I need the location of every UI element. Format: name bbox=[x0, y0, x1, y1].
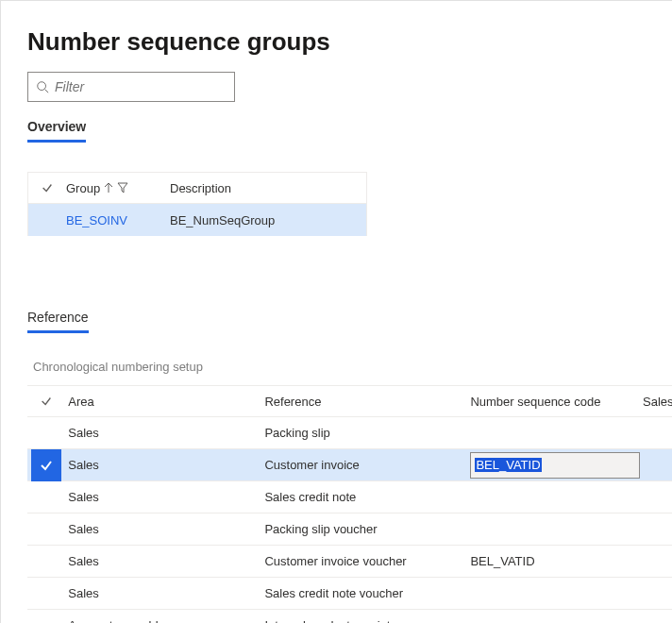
ref-select-all[interactable] bbox=[27, 395, 64, 408]
svg-marker-3 bbox=[118, 183, 127, 193]
col-area[interactable]: Area bbox=[64, 395, 264, 409]
chronological-subgroup[interactable]: Chronological numbering setup bbox=[27, 360, 672, 374]
reference-row[interactable]: SalesSales credit note voucher bbox=[27, 578, 672, 610]
select-all-checkbox[interactable] bbox=[28, 181, 66, 194]
reference-row[interactable]: SalesPacking slip voucher bbox=[27, 514, 672, 546]
row-checkbox[interactable] bbox=[27, 449, 64, 481]
search-icon bbox=[36, 80, 49, 93]
cell-reference: Sales credit note voucher bbox=[264, 586, 470, 600]
filter-icon[interactable] bbox=[117, 182, 128, 194]
nsc-input[interactable]: BEL_VATID bbox=[470, 452, 640, 479]
cell-area: Sales bbox=[64, 586, 264, 600]
col-description-label: Description bbox=[170, 181, 231, 195]
col-group-label: Group bbox=[66, 181, 100, 195]
cell-area: Sales bbox=[64, 522, 264, 536]
col-reference[interactable]: Reference bbox=[264, 395, 470, 409]
tab-overview[interactable]: Overview bbox=[27, 119, 86, 143]
cell-reference: Internal product receipt bbox=[264, 618, 470, 623]
reference-row[interactable]: SalesCustomer invoice voucherBEL_VATID bbox=[27, 546, 672, 578]
cell-area: Sales bbox=[64, 426, 264, 440]
filter-input[interactable] bbox=[55, 79, 227, 94]
col-salestax[interactable]: Sales ta: bbox=[643, 395, 672, 409]
cell-area: Accounts payable bbox=[64, 618, 264, 623]
svg-line-1 bbox=[45, 90, 49, 93]
cell-nsc[interactable]: BEL_VATID bbox=[470, 452, 643, 479]
col-description[interactable]: Description bbox=[170, 181, 366, 195]
checkmark-icon bbox=[31, 449, 61, 481]
cell-area: Sales bbox=[64, 554, 264, 568]
overview-row[interactable]: BE_SOINV BE_NumSeqGroup bbox=[28, 204, 366, 236]
overview-row-group[interactable]: BE_SOINV bbox=[66, 213, 170, 227]
cell-nsc[interactable]: BEL_VATID bbox=[470, 554, 643, 568]
reference-row[interactable]: Accounts payableInternal product receipt bbox=[27, 610, 672, 623]
cell-area: Sales bbox=[64, 458, 264, 472]
reference-row[interactable]: SalesCustomer invoiceBEL_VATID bbox=[27, 449, 672, 481]
nsc-value-selected: BEL_VATID bbox=[475, 458, 541, 472]
cell-reference: Packing slip bbox=[264, 426, 470, 440]
cell-area: Sales bbox=[64, 490, 264, 504]
reference-row[interactable]: SalesPacking slip bbox=[27, 417, 672, 449]
filter-box[interactable] bbox=[27, 72, 235, 102]
overview-grid-header: Group Description bbox=[28, 172, 366, 204]
reference-row[interactable]: SalesSales credit note bbox=[27, 481, 672, 514]
cell-reference: Packing slip voucher bbox=[264, 522, 470, 536]
sort-asc-icon bbox=[104, 182, 113, 194]
cell-reference: Customer invoice bbox=[264, 458, 470, 472]
page-title: Number sequence groups bbox=[27, 27, 672, 57]
col-group[interactable]: Group bbox=[66, 181, 170, 195]
overview-grid: Group Description BE_SOINV BE_NumSeqGrou… bbox=[27, 172, 367, 236]
overview-row-description: BE_NumSeqGroup bbox=[170, 213, 366, 227]
col-nsc[interactable]: Number sequence code bbox=[470, 395, 643, 409]
section-reference[interactable]: Reference bbox=[27, 310, 89, 333]
cell-reference: Sales credit note bbox=[264, 490, 470, 504]
svg-point-0 bbox=[38, 82, 46, 91]
reference-grid: Area Reference Number sequence code Sale… bbox=[27, 385, 672, 623]
reference-grid-header: Area Reference Number sequence code Sale… bbox=[27, 385, 672, 417]
cell-reference: Customer invoice voucher bbox=[264, 554, 470, 568]
tabs: Overview bbox=[27, 119, 672, 143]
